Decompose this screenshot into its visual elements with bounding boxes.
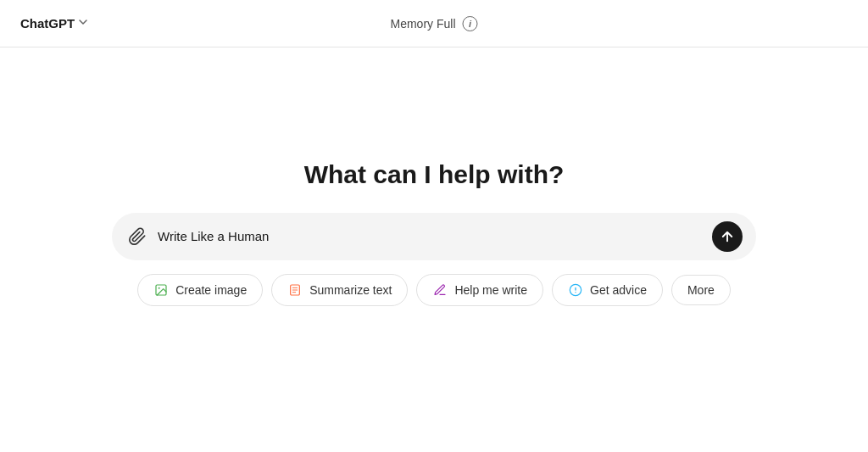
app-header: ChatGPT Memory Full i: [0, 0, 868, 47]
summarize-text-button[interactable]: Summarize text: [271, 274, 408, 306]
page-headline: What can I help with?: [304, 160, 565, 189]
get-advice-icon: [568, 282, 583, 298]
help-me-write-label: Help me write: [454, 283, 527, 297]
create-image-button[interactable]: Create image: [137, 274, 263, 306]
memory-status-area: Memory Full i: [390, 16, 477, 31]
chat-input[interactable]: [158, 229, 704, 243]
help-me-write-button[interactable]: Help me write: [416, 274, 543, 306]
get-advice-button[interactable]: Get advice: [552, 274, 663, 306]
help-write-icon: [432, 282, 448, 298]
info-icon[interactable]: i: [463, 16, 478, 31]
memory-status-label: Memory Full: [390, 17, 455, 31]
chevron-down-icon[interactable]: [78, 17, 88, 30]
app-title-area[interactable]: ChatGPT: [20, 16, 88, 31]
app-title: ChatGPT: [20, 16, 75, 31]
attach-icon[interactable]: [125, 225, 149, 248]
more-label: More: [687, 283, 715, 297]
more-button[interactable]: More: [671, 275, 731, 305]
chat-input-area: [112, 213, 756, 260]
get-advice-label: Get advice: [590, 283, 647, 297]
send-button[interactable]: [712, 221, 743, 252]
action-buttons-row: Create image Summarize text Help me: [137, 274, 731, 306]
create-image-label: Create image: [175, 283, 247, 297]
main-content: What can I help with? Create image: [0, 47, 868, 452]
summarize-icon: [287, 282, 303, 298]
summarize-text-label: Summarize text: [309, 283, 392, 297]
create-image-icon: [153, 282, 169, 298]
svg-point-1: [159, 287, 160, 288]
